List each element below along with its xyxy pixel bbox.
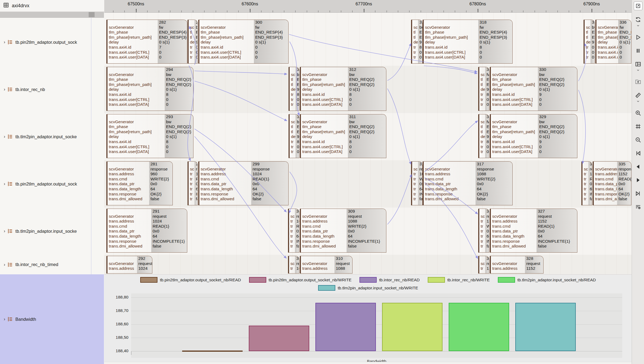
transaction-310[interactable]: scvGeneratortrans.address310request1088	[300, 256, 352, 274]
transaction-318[interactable]: scvGeneratortlm_phasetlm_phase[return_pa…	[423, 20, 513, 64]
window-layout-icon[interactable]	[634, 60, 642, 68]
transaction-30[interactable]: sctltldetrtrtr30bwENEN9800	[289, 67, 299, 111]
skip-start-icon[interactable]	[634, 149, 642, 157]
chart-bar-tb-intor-rec-nb-read[interactable]	[315, 303, 376, 351]
transaction-336[interactable]: scvGeneratortlm_phasetlm_phase[return_pa…	[595, 20, 631, 64]
zoom-fit-icon[interactable]	[634, 122, 642, 130]
timeline-minor-tick	[261, 10, 261, 12]
attr-label: tr	[584, 187, 588, 192]
timeline-minor-tick	[238, 10, 239, 12]
chart-bar-tb-tlm2pin-adaptor-input-socket-nb-write[interactable]	[515, 303, 576, 351]
attr-label: tl	[413, 30, 418, 35]
transaction-32[interactable]: sctltldetrtrtr32fwENEN9800	[478, 114, 489, 158]
attr-label: trans.dmi_allowed	[109, 196, 149, 202]
stream-list-icon	[8, 39, 13, 45]
transaction-292[interactable]: scvGeneratortrans.address292request1024	[106, 256, 152, 274]
attr-label: trans.axi4.user[CTRL]	[201, 50, 254, 55]
chevron-down-icon[interactable]	[634, 99, 642, 104]
chevron-right-icon[interactable]: ›	[4, 229, 5, 234]
sidebar-item-tb-intor-rec-nb[interactable]: ›tb.intor_rec_nb	[0, 66, 104, 113]
transaction-327[interactable]: scvGeneratortrans.addresstrans.cmdtrans.…	[490, 209, 577, 253]
transaction-300[interactable]: scvGeneratortlm_phasetlm_phase[return_pa…	[198, 20, 289, 64]
attr-value: EN	[297, 82, 299, 87]
sidebar-item-tb-intor-rec-nb-timed[interactable]: ›tb.intor_rec_nb_timed	[0, 255, 104, 274]
attr-value: request	[538, 214, 577, 219]
attr-value: 0	[166, 97, 193, 102]
transaction-30[interactable]: sctrtrtrtrtrtr30re10RI0x64INfa	[288, 209, 299, 253]
chevron-right-icon[interactable]: ›	[4, 317, 5, 322]
transaction-335[interactable]: scvGeneratortrans.addresstrans.cmdtrans.…	[593, 161, 631, 205]
chevron-right-icon[interactable]: ›	[4, 181, 5, 186]
chevron-right-icon[interactable]: ›	[4, 40, 5, 45]
transaction-291[interactable]: scvGeneratortrans.addresstrans.cmdtrans.…	[106, 209, 187, 253]
attr-label: sc	[190, 167, 195, 172]
transaction-293[interactable]: scvGeneratortlm_phasetlm_phase[return_pa…	[106, 114, 193, 158]
pause-icon[interactable]	[634, 47, 642, 55]
attr-label: tr	[584, 196, 588, 202]
filter-settings-icon[interactable]	[634, 203, 642, 211]
attr-label: tr	[291, 144, 296, 150]
transaction-282[interactable]: scvGeneratortlm_phasetlm_phase[return_pa…	[106, 20, 187, 64]
transaction-32[interactable]: sctltldetrtrtr32fwENEN9800	[478, 67, 489, 111]
transaction-328[interactable]: scvGeneratortrans.address328request1152	[490, 256, 544, 274]
skip-end-icon[interactable]	[634, 190, 642, 198]
transaction-329[interactable]: scvGeneratortlm_phasetlm_phase[return_pa…	[490, 114, 577, 158]
bottom-scrollbar[interactable]	[104, 362, 632, 364]
transaction-281[interactable]: scvGeneratortrans.addresstrans.cmdtrans.…	[106, 161, 173, 205]
attr-value: 0	[480, 55, 512, 60]
transaction-31[interactable]: sctrtrtrtrtrtr31re10W0x64INfa	[411, 161, 423, 205]
prev-transaction-icon[interactable]	[634, 163, 642, 171]
transaction-29[interactable]: sctrtrtrtrtrtr29re10RI0x64INfa	[188, 161, 198, 205]
sidebar-item-tb-tlm2pin-adaptor-input-socke[interactable]: ›tb.tlm2pin_adaptor.input_socke	[0, 208, 104, 255]
transaction-30[interactable]: sctltldetrtrtr30bwENEN9800	[289, 114, 299, 158]
chart-bar-tb-pin2tlm-adaptor-output-socket-nb-read[interactable]	[182, 351, 243, 352]
scrollbar-thumb[interactable]	[89, 12, 95, 17]
transaction-33[interactable]: sctrtrtrtrtrtr33re11RI0x64INfa	[581, 161, 592, 205]
transaction-311[interactable]: scvGeneratortlm_phasetlm_phase[return_pa…	[300, 114, 386, 158]
transaction-30[interactable]: sctr30re10	[288, 256, 299, 274]
sidebar-item-tb-pin2tlm-adaptor-output-sock[interactable]: ›tb.pin2tlm_adaptor.output_sock	[0, 19, 104, 66]
ruler-icon[interactable]	[634, 91, 642, 99]
transaction-32[interactable]: sctr32re11	[478, 256, 489, 274]
attr-value: 8	[487, 92, 489, 97]
transaction-32[interactable]: sctrtrtrtrtrtr32re11W0x64INfa	[478, 209, 489, 253]
refresh-icon[interactable]	[634, 16, 642, 24]
transaction-309[interactable]: scvGeneratortrans.addresstrans.cmdtrans.…	[300, 209, 386, 253]
timeline-ruler[interactable]: 67500ns67600ns67700ns67800ns67900ns	[104, 0, 632, 13]
transaction-299[interactable]: scvGeneratortrans.addresstrans.cmdtrans.…	[198, 161, 289, 205]
attr-value: 1152	[538, 219, 577, 224]
transaction-312[interactable]: scvGeneratortlm_phasetlm_phase[return_pa…	[300, 67, 386, 111]
transaction-294[interactable]: scvGeneratortlm_phasetlm_phase[return_pa…	[106, 67, 193, 111]
sidebar-item-tb-pin2tlm-adaptor-output-sock[interactable]: ›tb.pin2tlm_adaptor.output_sock	[0, 160, 104, 208]
folder-up-icon[interactable]	[634, 78, 642, 86]
timeline-minor-tick	[387, 10, 387, 12]
attr-label: trans.data_ptr	[109, 181, 149, 187]
chevron-right-icon[interactable]: ›	[4, 134, 5, 139]
chevron-right-icon[interactable]: ›	[4, 87, 5, 92]
chart-bar-tb-tlm2pin-adaptor-input-socket-nb-read[interactable]	[449, 303, 509, 351]
play-icon[interactable]	[634, 33, 642, 41]
zoom-out-icon[interactable]	[634, 136, 642, 144]
attr-value: request	[138, 261, 152, 266]
attr-value: 960	[150, 172, 172, 177]
chart-bar-tb-pin2tlm-adaptor-output-socket-nb-write[interactable]	[249, 326, 309, 351]
chevron-down-icon[interactable]	[634, 68, 642, 72]
legend-swatch	[498, 277, 515, 283]
attr-label: trans.dmi_allowed	[109, 244, 151, 249]
chevron-right-icon[interactable]: ›	[4, 262, 5, 267]
transaction-317[interactable]: scvGeneratortrans.addresstrans.cmdtrans.…	[423, 161, 513, 205]
transaction-29[interactable]: sctltldetrtrtr29bwENEN9000	[188, 20, 198, 64]
attr-label: tl	[291, 124, 296, 129]
expand-icon[interactable]	[634, 2, 642, 10]
transaction-31[interactable]: sctltldetrtrtr31bwENEN9800	[411, 20, 423, 64]
chevron-down-icon[interactable]	[634, 24, 642, 28]
sidebar-item-tb-tlm2pin-adaptor-input-socke[interactable]: ›tb.tlm2pin_adaptor.input_socke	[0, 113, 104, 160]
zoom-in-icon[interactable]	[634, 109, 642, 117]
sidebar-horizontal-scrollbar[interactable]	[0, 12, 104, 18]
transaction-330[interactable]: scvGeneratortlm_phasetlm_phase[return_pa…	[490, 67, 577, 111]
attr-value: 0	[539, 144, 577, 150]
transaction-33[interactable]: sctltldetrtrtr33bwENEN9000	[584, 20, 595, 64]
chart-bar-tb-intor-rec-nb-write[interactable]	[382, 303, 442, 351]
next-transaction-icon[interactable]	[634, 176, 642, 184]
sidebar-item-bandwidth[interactable]: ›Bandwidth	[0, 274, 104, 364]
